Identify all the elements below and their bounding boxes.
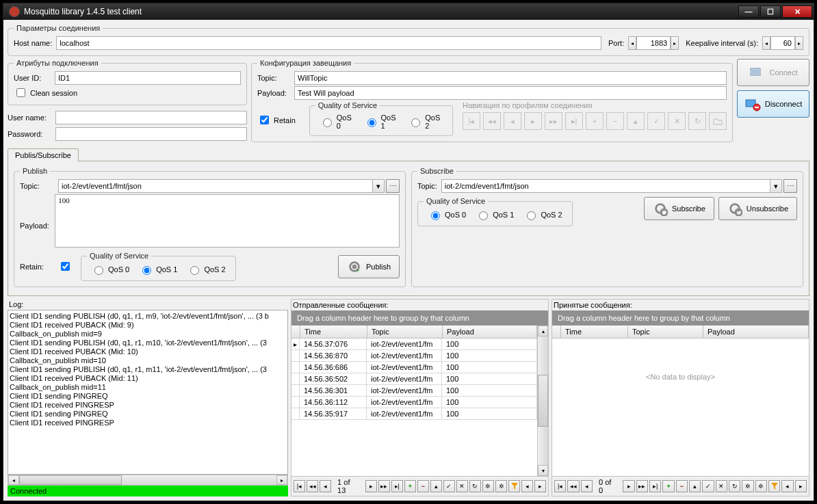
publish-topic-more[interactable]: ⋯	[386, 179, 400, 193]
close-button[interactable]: ✕	[782, 5, 812, 18]
recv-nav-edit[interactable]: ▴	[689, 480, 701, 492]
keepalive-inc[interactable]: ▸	[795, 36, 803, 50]
nav-add-button[interactable]: +	[586, 112, 604, 130]
table-row[interactable]: 14.56.36:686iot-2/evt/event1/fm100	[291, 362, 537, 373]
publish-qos0-radio[interactable]: QoS 0	[91, 264, 129, 275]
sent-vscroll[interactable]: ▴▾	[537, 326, 548, 476]
publish-topic-dropdown[interactable]: ▾	[372, 179, 385, 193]
nav-refresh-button[interactable]: ↻	[688, 112, 706, 130]
recv-nav-cancel[interactable]: ✕	[716, 480, 727, 492]
nav-nextpage-button[interactable]: ▸▸	[545, 112, 562, 130]
sent-nav-edit[interactable]: ▴	[430, 480, 442, 492]
recv-nav-bookmark[interactable]: ✲	[742, 480, 753, 492]
tab-pubsub[interactable]: Publis/Subscribe	[8, 148, 79, 161]
nav-up-button[interactable]: ▴	[627, 112, 645, 130]
publish-payload-input[interactable]	[55, 194, 400, 248]
nav-open-button[interactable]	[709, 112, 727, 130]
subscribe-topic-input[interactable]	[441, 179, 770, 193]
sent-nav-filter[interactable]	[508, 480, 520, 492]
will-topic-input[interactable]	[294, 71, 727, 85]
nav-prevpage-button[interactable]: ◂◂	[483, 112, 501, 130]
nav-first-button[interactable]: |◂	[463, 112, 480, 130]
connect-button[interactable]: Connect	[737, 59, 809, 86]
recv-hscroll-left[interactable]: ◂	[781, 480, 793, 492]
subscribe-qos0-radio[interactable]: QoS 0	[428, 209, 466, 220]
nav-next-button[interactable]: ▸	[524, 112, 542, 130]
nav-cancel-button[interactable]: ✕	[668, 112, 686, 130]
host-input[interactable]	[56, 36, 601, 50]
table-row[interactable]: 14.56.35:917iot-2/evt/event1/fm100	[291, 408, 537, 420]
will-qos2-radio[interactable]: QoS 2	[408, 114, 443, 130]
subscribe-button[interactable]: Subscribe	[644, 197, 714, 220]
publish-retain-checkbox[interactable]	[61, 262, 70, 271]
recv-nav-prevpg[interactable]: ◂◂	[567, 480, 579, 492]
keepalive-dec[interactable]: ◂	[762, 36, 770, 50]
nav-prev-button[interactable]: ◂	[504, 112, 521, 130]
nav-last-button[interactable]: ▸|	[565, 112, 583, 130]
password-input[interactable]	[55, 127, 247, 141]
publish-topic-input[interactable]	[58, 179, 372, 193]
unsubscribe-button[interactable]: Unsubscribe	[718, 197, 797, 220]
recv-nav-del[interactable]: −	[676, 480, 688, 492]
clean-session-input[interactable]	[16, 88, 25, 97]
log-hscroll[interactable]: ◂ ▸	[8, 475, 288, 486]
publish-qos1-radio[interactable]: QoS 1	[139, 264, 177, 275]
sent-hscroll-right[interactable]: ▸	[534, 480, 546, 492]
table-row[interactable]: 14.56.36:502iot-2/evt/event1/fm100	[291, 373, 537, 385]
recv-col-time[interactable]: Time	[561, 326, 628, 338]
minimize-button[interactable]: —	[738, 5, 759, 18]
sent-nav-prev[interactable]: ◂	[320, 480, 331, 492]
sent-nav-ok[interactable]: ✓	[443, 480, 455, 492]
will-payload-input[interactable]	[294, 86, 727, 100]
will-qos0-radio[interactable]: QoS 0	[320, 114, 354, 130]
sent-nav-next[interactable]: ▸	[365, 480, 377, 492]
sent-nav-last[interactable]: ▸|	[391, 480, 403, 492]
recv-nav-next[interactable]: ▸	[623, 480, 634, 492]
recv-col-topic[interactable]: Topic	[628, 326, 703, 338]
sent-nav-del[interactable]: −	[417, 480, 429, 492]
sent-nav-first[interactable]: |◂	[294, 480, 305, 492]
sent-col-time[interactable]: Time	[300, 326, 367, 338]
sent-nav-bookmark[interactable]: ✲	[482, 480, 494, 492]
subscribe-qos1-radio[interactable]: QoS 1	[476, 209, 514, 220]
publish-qos2-radio[interactable]: QoS 2	[187, 264, 225, 275]
recv-grid-body[interactable]: <No data to display>	[552, 339, 809, 476]
publish-button[interactable]: Publish	[338, 255, 400, 278]
recv-nav-first[interactable]: |◂	[554, 480, 566, 492]
nav-remove-button[interactable]: −	[606, 112, 624, 130]
subscribe-qos2-radio[interactable]: QoS 2	[523, 209, 562, 220]
clean-session-checkbox[interactable]: Clean session	[14, 86, 77, 99]
recv-col-payload[interactable]: Payload	[703, 326, 809, 338]
table-row[interactable]: 14.56.36:870iot-2/evt/event1/fm100	[291, 350, 537, 362]
sent-grid-body[interactable]: ▸14.56.37:076iot-2/evt/event1/fm10014.56…	[291, 339, 537, 476]
log-textarea[interactable]: Client ID1 sending PUBLISH (d0, q1, r1, …	[8, 310, 288, 475]
sent-nav-prevpg[interactable]: ◂◂	[307, 480, 318, 492]
sent-nav-add[interactable]: +	[404, 480, 416, 492]
nav-ok-button[interactable]: ✓	[647, 112, 665, 130]
recv-nav-bookmark2[interactable]: ✲	[755, 480, 767, 492]
port-dec[interactable]: ◂	[628, 36, 636, 50]
recv-hscroll-right[interactable]: ▸	[795, 480, 807, 492]
recv-nav-last[interactable]: ▸|	[649, 480, 661, 492]
sent-nav-bookmark2[interactable]: ✲	[495, 480, 507, 492]
sent-group-hint[interactable]: Drag a column header here to group by th…	[291, 310, 548, 326]
will-retain-checkbox[interactable]: Retain	[257, 114, 296, 127]
keepalive-input[interactable]	[770, 36, 795, 50]
port-input[interactable]	[636, 36, 671, 50]
recv-nav-filter[interactable]	[768, 480, 780, 492]
log-scroll-left[interactable]: ◂	[8, 475, 19, 485]
maximize-button[interactable]: ☐	[760, 5, 781, 18]
sent-nav-cancel[interactable]: ✕	[456, 480, 468, 492]
table-row[interactable]: ▸14.56.37:076iot-2/evt/event1/fm100	[291, 339, 537, 350]
userid-input[interactable]	[55, 71, 241, 85]
will-qos1-radio[interactable]: QoS 1	[364, 114, 399, 130]
sent-hscroll-left[interactable]: ◂	[521, 480, 533, 492]
subscribe-topic-more[interactable]: ⋯	[783, 179, 797, 193]
username-input[interactable]	[55, 111, 247, 124]
recv-nav-prev[interactable]: ◂	[581, 480, 593, 492]
recv-nav-nextpg[interactable]: ▸▸	[636, 480, 648, 492]
table-row[interactable]: 14.56.36:112iot-2/evt/event1/fm100	[291, 397, 537, 408]
keepalive-spinner[interactable]: ◂ ▸	[762, 36, 803, 50]
recv-nav-refresh[interactable]: ↻	[729, 480, 740, 492]
sent-col-topic[interactable]: Topic	[367, 326, 443, 338]
